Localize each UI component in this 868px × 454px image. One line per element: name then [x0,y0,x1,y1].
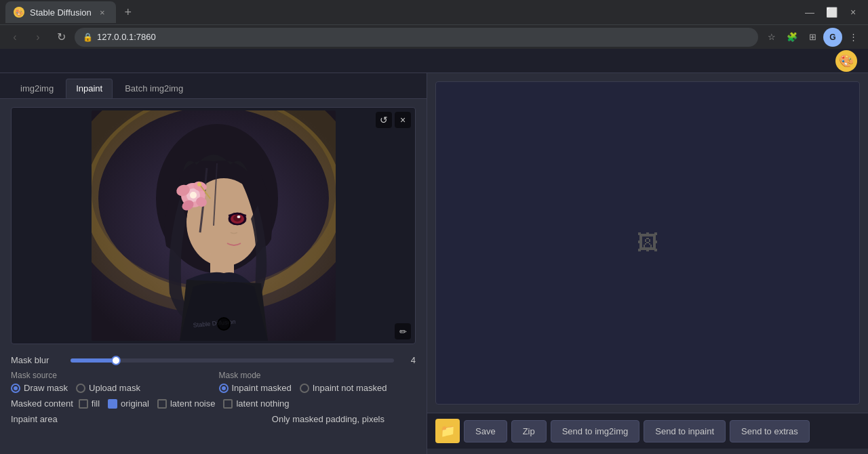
app-body: 🎨 img2img Inpaint Batch img2img ↺ × [0,49,868,454]
radio-upload-mask[interactable]: Upload mask [76,383,140,393]
content-fill[interactable]: fill [79,398,100,409]
browser-chrome: 🎨 Stable Diffusion × + — ⬜ × ‹ › ↻ 🔒 127… [0,0,868,49]
svg-point-20 [218,318,230,330]
back-button[interactable]: ‹ [5,28,24,47]
tab-title: Stable Diffusion [30,7,92,18]
content-latent-noise-label: latent noise [170,398,216,409]
browser-tab-stable-diffusion[interactable]: 🎨 Stable Diffusion × [5,1,116,23]
content-fill-box [79,399,88,409]
mask-blur-slider[interactable] [71,358,394,363]
radio-draw-mask[interactable]: Draw mask [11,383,68,393]
address-actions: ☆ 🧩 ⊞ G ⋮ [762,28,863,47]
radio-inpaint-masked-label: Inpaint masked [232,383,292,393]
radio-inpaint-not-masked[interactable]: Inpaint not masked [300,383,387,393]
settings-icon[interactable]: ⋮ [844,28,863,47]
inpaint-area-label: Inpaint area [11,414,65,424]
inpaint-area-row: Inpaint area Only masked padding, pixels [11,414,416,424]
new-tab-button[interactable]: + [119,3,138,22]
tab-inpaint[interactable]: Inpaint [66,79,113,98]
radio-inpaint-masked[interactable]: Inpaint masked [219,383,292,393]
app-header: 🎨 [0,49,868,73]
content-latent-noise[interactable]: latent noise [157,398,216,409]
mask-mode-group: Inpaint masked Inpaint not masked [219,383,416,393]
mask-blur-row: Mask blur 4 [11,355,416,365]
content-latent-nothing-label: latent nothing [236,398,289,409]
lock-icon: 🔒 [83,33,93,42]
close-image-button[interactable]: × [395,112,411,128]
profile-button[interactable]: G [823,28,842,47]
save-button[interactable]: Save [464,420,507,442]
svg-point-18 [237,215,240,218]
mask-blur-thumb[interactable] [111,356,121,365]
content-latent-nothing[interactable]: latent nothing [223,398,289,409]
minimize-button[interactable]: — [800,3,819,22]
extensions-icon[interactable]: 🧩 [783,28,802,47]
radio-inpaint-not-masked-circle [300,384,309,393]
mask-blur-slider-container [71,358,394,363]
close-window-button[interactable]: × [844,3,863,22]
maximize-button[interactable]: ⬜ [822,3,841,22]
mask-blur-track [71,358,116,363]
mask-source-col: Mask source Draw mask Upload mask [11,371,208,393]
left-panel: img2img Inpaint Batch img2img ↺ × [0,73,427,454]
url-text: 127.0.0.1:7860 [97,32,156,42]
output-actions: 📁 Save Zip Send to img2img Send to inpai… [427,413,868,449]
content-original-label: original [121,398,149,409]
svg-point-12 [190,192,197,199]
radio-upload-mask-circle [76,384,85,393]
mask-source-group: Draw mask Upload mask [11,383,208,393]
reset-image-button[interactable]: ↺ [376,112,392,128]
mask-source-label: Mask source [11,371,208,380]
forward-button[interactable]: › [28,28,47,47]
radio-inpaint-not-masked-label: Inpaint not masked [313,383,387,393]
output-placeholder-icon: 🖼 [637,230,658,255]
tab-img2img[interactable]: img2img [11,79,63,98]
tab-favicon-icon: 🎨 [14,7,24,18]
reload-button[interactable]: ↻ [52,28,71,47]
radio-draw-mask-circle [11,384,20,393]
masked-content-group: fill original latent noise latent n [79,398,290,409]
image-tools: ↺ × [376,112,411,128]
masked-content-label: Masked content [11,398,73,409]
app-favicon: 🎨 [835,50,857,72]
output-image-area: 🖼 [435,81,860,405]
mask-blur-label: Mask blur [11,355,65,365]
tab-bar: 🎨 Stable Diffusion × + — ⬜ × [0,0,868,24]
svg-point-14 [197,182,201,186]
right-panel: 🖼 📁 Save Zip Send to img2img Send to inp… [427,73,868,454]
pencil-tool-button[interactable]: ✏ [395,323,411,339]
mask-mode-label: Mask mode [219,371,416,380]
url-bar[interactable]: 🔒 127.0.0.1:7860 [75,28,758,47]
main-content: img2img Inpaint Batch img2img ↺ × [0,73,868,454]
open-folder-button[interactable]: 📁 [435,419,460,443]
tab-batch-img2img[interactable]: Batch img2img [115,79,193,98]
mask-blur-value: 4 [399,355,416,365]
content-fill-label: fill [92,398,100,409]
image-canvas[interactable]: ↺ × [11,107,416,344]
tabs-row: img2img Inpaint Batch img2img [0,73,427,99]
settings-two-col: Mask source Draw mask Upload mask [11,371,416,393]
mask-mode-col: Mask mode Inpaint masked Inpaint not mas… [219,371,416,393]
content-latent-noise-box [157,399,167,409]
radio-upload-mask-label: Upload mask [89,383,140,393]
send-to-extras-button[interactable]: Send to extras [730,420,810,442]
tab-close-button[interactable]: × [97,7,108,18]
only-masked-padding-label: Only masked padding, pixels [272,414,384,424]
controls-area: Mask blur 4 Mask source [0,350,427,454]
send-to-img2img-button[interactable]: Send to img2img [551,420,640,442]
inpaint-image[interactable]: Stable Diffusion [92,110,336,341]
content-original[interactable]: original [108,398,149,409]
masked-content-row: Masked content fill original latent n [11,398,416,409]
content-original-box [108,399,117,409]
window-controls: — ⬜ × [800,3,863,22]
bookmark-icon[interactable]: ☆ [762,28,781,47]
radio-inpaint-masked-circle [219,384,229,393]
zip-button[interactable]: Zip [511,420,547,442]
address-bar: ‹ › ↻ 🔒 127.0.0.1:7860 ☆ 🧩 ⊞ G ⋮ [0,24,868,49]
svg-point-17 [233,215,241,222]
send-to-inpaint-button[interactable]: Send to inpaint [644,420,726,442]
radio-draw-mask-label: Draw mask [24,383,68,393]
content-latent-nothing-box [223,399,233,409]
grid-icon[interactable]: ⊞ [803,28,822,47]
